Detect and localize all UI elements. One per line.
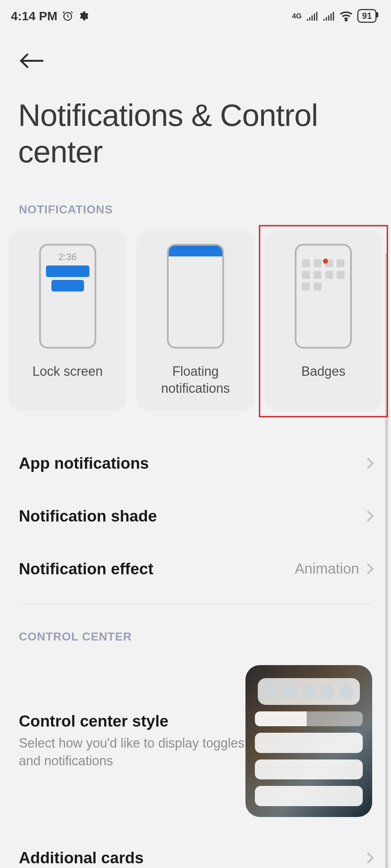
mini-time: 2:36	[58, 251, 77, 263]
back-button[interactable]	[18, 46, 47, 75]
settings-list: App notifications Notification shade Not…	[0, 412, 391, 595]
status-left: 4:14 PM	[11, 9, 89, 23]
chevron-right-icon	[362, 458, 374, 469]
item-title: Control center style	[19, 712, 245, 730]
chevron-right-icon	[362, 563, 374, 574]
header: Notifications & Control center	[0, 32, 391, 170]
control-center-preview-icon	[245, 665, 372, 817]
chevron-right-icon	[362, 852, 374, 863]
mini-app-grid	[302, 259, 345, 290]
item-additional-cards[interactable]: Additional cards	[19, 831, 372, 868]
alarm-icon	[62, 10, 73, 22]
tile-badges[interactable]: Badges	[265, 231, 382, 412]
cc-text: Control center style Select how you'd li…	[19, 712, 245, 770]
network-label: 4G	[292, 12, 302, 20]
tile-lock-screen[interactable]: 2:36 Lock screen	[9, 231, 126, 412]
settings-list-2: Additional cards	[0, 817, 391, 868]
item-subtitle: Select how you'd like to display toggles…	[19, 735, 245, 770]
page-title: Notifications & Control center	[18, 97, 373, 170]
scrollbar[interactable]	[385, 253, 388, 868]
mini-top-bar	[169, 246, 222, 256]
item-title: Notification effect	[19, 560, 154, 578]
badges-preview-icon	[295, 244, 352, 349]
item-title: Notification shade	[19, 507, 157, 525]
mini-notification-bar	[51, 280, 84, 292]
settings-screen: 4:14 PM 4G 91	[0, 0, 391, 868]
battery-icon: 91	[357, 9, 377, 23]
gear-icon	[78, 10, 89, 21]
section-label-notifications: NOTIFICATIONS	[0, 170, 391, 216]
item-title: App notifications	[19, 454, 149, 472]
floating-preview-icon	[167, 244, 224, 349]
item-control-center-style[interactable]: Control center style Select how you'd li…	[0, 643, 391, 817]
signal-2-icon	[323, 11, 335, 21]
tile-floating-notifications[interactable]: Floating notifications	[136, 231, 254, 412]
tile-label: Lock screen	[28, 363, 108, 380]
item-value: Animation	[295, 561, 359, 577]
section-label-control-center: CONTROL CENTER	[0, 605, 391, 643]
tile-label: Badges	[296, 363, 350, 380]
item-notification-shade[interactable]: Notification shade	[19, 490, 372, 542]
lock-screen-preview-icon: 2:36	[39, 244, 96, 349]
mini-notification-bar	[46, 265, 89, 277]
status-bar: 4:14 PM 4G 91	[0, 0, 391, 32]
network-4g-icon: 4G	[292, 12, 302, 20]
tile-label: Floating notifications	[136, 363, 254, 397]
wifi-icon	[339, 10, 353, 21]
signal-1-icon	[306, 11, 318, 21]
status-time: 4:14 PM	[11, 9, 58, 23]
svg-point-1	[345, 20, 347, 21]
battery-level: 91	[362, 11, 372, 21]
chevron-right-icon	[362, 510, 374, 522]
item-notification-effect[interactable]: Notification effect Animation	[19, 542, 372, 595]
item-title: Additional cards	[19, 849, 144, 867]
status-right: 4G 91	[292, 9, 377, 23]
item-app-notifications[interactable]: App notifications	[19, 437, 372, 490]
tiles-row: 2:36 Lock screen Floating notifications	[0, 216, 391, 412]
